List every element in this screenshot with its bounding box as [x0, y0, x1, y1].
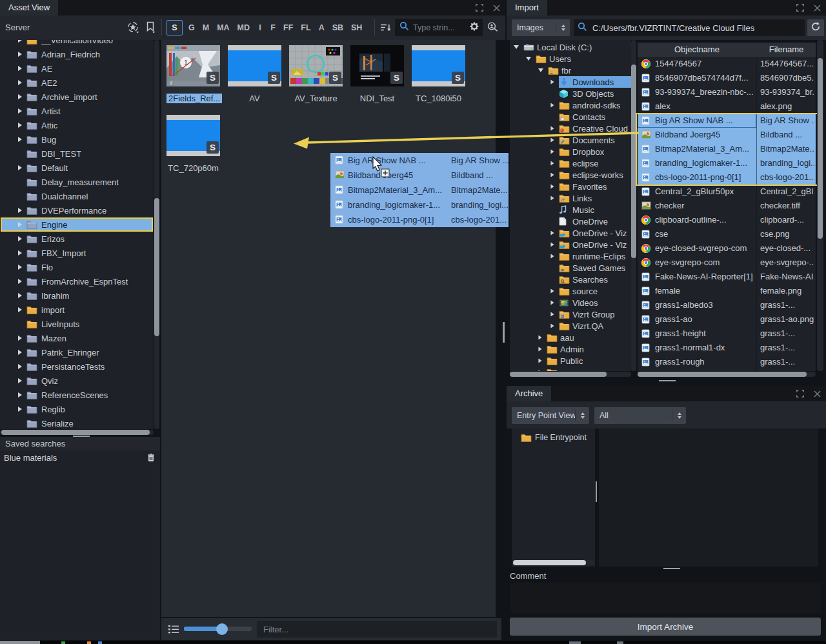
asset-tree-item-erizos[interactable]: Erizos: [1, 232, 153, 246]
import-path-box[interactable]: [574, 19, 805, 36]
asset-tree-item-adrian-fiedrich[interactable]: Adrian_Fiedrich: [1, 47, 153, 61]
gear-icon[interactable]: [469, 21, 479, 34]
file-row-checker[interactable]: checkerchecker.tiff: [638, 199, 816, 213]
maximize-icon[interactable]: [476, 4, 483, 12]
expand-arrow-icon[interactable]: [18, 66, 22, 71]
asset-thumbnail-av[interactable]: SAV: [228, 45, 281, 104]
asset-tree-item-patrik-ehringer[interactable]: Patrik_Ehringer: [1, 345, 153, 359]
expand-arrow-icon[interactable]: [550, 138, 554, 143]
expand-arrow-icon[interactable]: [538, 347, 541, 352]
fs-tree-item-eclipse-works[interactable]: eclipse-works: [510, 169, 631, 181]
expand-arrow-icon[interactable]: [18, 208, 22, 213]
asset-tree-item-liveinputs[interactable]: LiveInputs: [1, 317, 153, 331]
tab-import[interactable]: Import: [507, 0, 547, 15]
expand-arrow-icon[interactable]: [18, 108, 22, 114]
asset-tree-item-delay-measurement[interactable]: Delay_measurement: [1, 175, 153, 189]
expand-arrow-icon[interactable]: [18, 392, 22, 397]
file-row-1544764567[interactable]: 15447645671544764567...: [638, 57, 816, 71]
expand-arrow-icon[interactable]: [18, 80, 22, 85]
file-row-clipboard-outline[interactable]: clipboard-outline-...clipboard-...: [638, 213, 816, 227]
fs-tree-item-onedrive-viz[interactable]: OneDrive - Viz: [510, 227, 631, 239]
fs-tree-item-music[interactable]: Music: [510, 204, 631, 216]
asset-tree-item-ae2[interactable]: AE2: [1, 75, 153, 90]
asset-tree-item-bug[interactable]: Bug: [1, 132, 153, 146]
file-row-branding-logicmaker-1[interactable]: branding_logicmaker-1...branding_logi...: [638, 156, 816, 170]
expand-arrow-icon[interactable]: [18, 137, 22, 142]
fs-tree-item-public[interactable]: Public: [510, 355, 631, 367]
list-view-icon[interactable]: [168, 624, 179, 638]
asset-tree-item-artist[interactable]: Artist: [1, 104, 153, 118]
fs-tree-item-searches[interactable]: Searches: [510, 274, 631, 285]
file-row-eye-closed-svgrepo-com[interactable]: eye-closed-svgrepo-comeye-closed-...: [638, 241, 816, 256]
scrollbar-thumb[interactable]: [638, 372, 807, 377]
filter-button-sb[interactable]: SB: [330, 23, 345, 32]
file-row-bitmap2material-3-am[interactable]: Bitmap2Material_3_Am...Bitmap2Mate...: [638, 142, 816, 156]
expand-arrow-icon[interactable]: [550, 312, 554, 317]
fs-tree-item-vizrt-qa[interactable]: Vizrt.QA: [510, 320, 631, 332]
fs-tree-item-onedrive[interactable]: OneDrive: [510, 216, 631, 227]
expand-arrow-icon[interactable]: [18, 265, 22, 270]
archive-pane-splitter-grip[interactable]: [596, 481, 597, 502]
expand-arrow-icon[interactable]: [550, 161, 554, 166]
file-row-grass1-ao[interactable]: grass1-aograss1-ao.png: [638, 312, 816, 327]
asset-search-box[interactable]: Type strin...: [395, 19, 483, 36]
file-row-bildband-joerg45[interactable]: Bildband Joerg45Bildband ...: [638, 128, 816, 142]
asset-thumbnail-ndi-test[interactable]: SNDI_Test: [350, 45, 404, 104]
expand-arrow-icon[interactable]: [18, 407, 22, 412]
tab-archive[interactable]: Archive: [507, 386, 551, 401]
filter-button-ma[interactable]: MA: [215, 23, 231, 32]
expand-arrow-icon[interactable]: [18, 364, 22, 369]
splitter-grip[interactable]: [659, 380, 676, 381]
filter-button-s[interactable]: S: [166, 20, 183, 35]
close-icon[interactable]: [493, 5, 500, 12]
expand-arrow-icon[interactable]: [18, 165, 22, 170]
user-search-icon[interactable]: [487, 21, 500, 35]
asset-tree-item-dualchannel[interactable]: Dualchannel: [1, 189, 153, 203]
fs-tree-item-saved-games[interactable]: Saved Games: [510, 262, 631, 274]
file-row-alex[interactable]: alexalex.png: [638, 99, 816, 114]
file-row-cbs-logo-2011-png-0-1[interactable]: cbs-logo-2011-png-0[1]cbs-logo-201...: [638, 170, 816, 185]
asset-tree-item-ae[interactable]: AE: [1, 61, 153, 75]
expand-arrow-icon[interactable]: [18, 378, 22, 383]
expand-arrow-icon[interactable]: [18, 236, 22, 241]
asset-tree-item-engine[interactable]: Engine: [1, 217, 153, 232]
expand-arrow-icon[interactable]: [18, 52, 22, 57]
expand-arrow-icon[interactable]: [550, 173, 554, 177]
archive-filter-select[interactable]: All: [594, 407, 686, 424]
file-row-eye-svgrepo-com[interactable]: eye-svgrepo-comeye-svgrepo-...: [638, 256, 816, 270]
file-entrypoint-item[interactable]: File Entrypoint: [512, 431, 595, 444]
file-row-grass1-height[interactable]: grass1-heightgrass1-...: [638, 327, 816, 341]
scrollbar-thumb[interactable]: [154, 198, 159, 336]
archive-view-select[interactable]: Entry Point View: [512, 407, 589, 424]
asset-tree-item-persistancetests[interactable]: PersistanceTests: [1, 359, 153, 374]
file-row-cse[interactable]: csecse.png: [638, 227, 816, 241]
fs-tree-item-source[interactable]: source: [510, 285, 631, 297]
expand-arrow-icon[interactable]: [18, 279, 22, 284]
asset-tree-item-default[interactable]: Default: [1, 161, 153, 175]
expand-arrow-icon[interactable]: [18, 40, 22, 43]
collapse-arrow-icon[interactable]: [538, 68, 543, 72]
expand-arrow-icon[interactable]: [18, 336, 22, 341]
asset-thumbnail-tc-1080i50[interactable]: STC_1080i50: [412, 45, 465, 104]
expand-arrow-icon[interactable]: [538, 370, 541, 371]
column-header-filename[interactable]: Filename: [757, 43, 816, 57]
filter-button-ff[interactable]: FF: [281, 23, 295, 32]
asset-thumbnail-tc-720p60m[interactable]: STC_720p60m: [166, 115, 220, 174]
filter-button-fl[interactable]: FL: [299, 23, 312, 32]
column-header-objectname[interactable]: Objectname: [638, 43, 756, 57]
import-path-input[interactable]: [591, 23, 801, 34]
fs-tree-item-contacts[interactable]: Contacts: [510, 111, 631, 123]
file-row-fake-news-ai-reporter-1[interactable]: Fake-News-AI-Reporter[1]Fake-News-AI...: [638, 270, 816, 284]
panel-splitter-grip[interactable]: [503, 322, 505, 343]
comment-input[interactable]: [510, 583, 821, 614]
saved-search-item-blue-materials[interactable]: Blue materials: [0, 450, 160, 465]
fs-tree-item-eclipse[interactable]: eclipse: [510, 157, 631, 169]
filter-button-sh[interactable]: SH: [349, 23, 364, 32]
fs-tree-item-videos[interactable]: Videos: [510, 297, 631, 308]
expand-arrow-icon[interactable]: [18, 123, 22, 128]
scrollbar-thumb[interactable]: [513, 560, 586, 565]
expand-arrow-icon[interactable]: [550, 301, 554, 305]
expand-arrow-icon[interactable]: [550, 324, 554, 328]
asset-tree-item-fbx-import[interactable]: FBX_Import: [1, 246, 153, 260]
fs-tree-item-local-disk-c[interactable]: Local Disk (C:): [510, 41, 631, 53]
